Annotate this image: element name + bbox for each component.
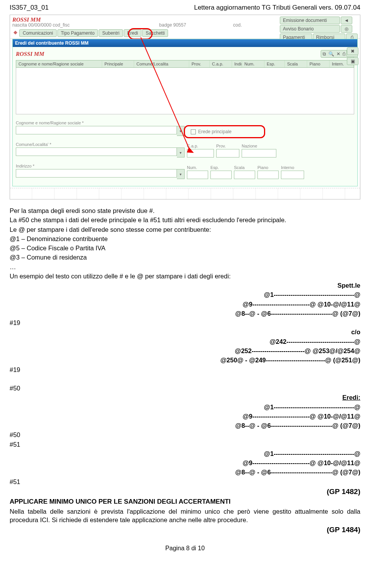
badge-label: badge 90557 (159, 22, 186, 28)
modal-titlebar: Eredi del contribuente ROSSI MM (13, 39, 357, 47)
btn-avviso-bonario[interactable]: Avviso Bonario (280, 25, 340, 33)
input-esp[interactable] (210, 171, 232, 179)
field-erede-principale: Erede principale (187, 127, 276, 136)
tab-alert-icon[interactable]: ◆ (12, 29, 18, 37)
input-cognome[interactable] (16, 126, 177, 134)
doc-body: Per la stampa degli eredi sono state pre… (10, 206, 360, 535)
tab-sacchetti[interactable]: Sacchetti (142, 29, 168, 37)
input-prov[interactable] (216, 149, 239, 157)
tab-subentri[interactable]: Subentri (99, 29, 123, 37)
print-icon[interactable]: ⎙ (343, 51, 345, 57)
input-scala[interactable] (234, 171, 255, 179)
search-icon[interactable]: 🔍 (328, 51, 334, 57)
input-comune[interactable] (16, 147, 177, 156)
input-nazione[interactable] (242, 149, 276, 157)
person-sub: nascita 00/00/0000 cod_fisc (12, 22, 70, 28)
cod-label: cod. (233, 22, 242, 28)
gp-code-1: (GP 1482) (10, 487, 360, 497)
doc-title: Lettera aggiornamento TG Tributi General… (194, 4, 360, 12)
dropdown-icon[interactable]: ▾ (177, 147, 185, 157)
dropdown-icon[interactable]: ▾ (177, 169, 185, 179)
input-indirizzo[interactable] (16, 169, 177, 178)
gp-code-2: (GP 1484) (10, 525, 360, 535)
field-cognome: Cognome e nome/Ragione sociale * ▾ (16, 121, 185, 136)
globe-icon[interactable]: ◎ (341, 25, 352, 33)
section-body: Nella tabella delle sanzioni è prevista … (10, 507, 360, 524)
doc-id: IS357_03_01 (10, 4, 49, 12)
select-icon[interactable]: ⧉ (323, 51, 326, 57)
checkbox-erede-principale[interactable] (191, 129, 196, 134)
page-header: IS357_03_01 Lettera aggiornamento TG Tri… (10, 4, 360, 12)
grid-header: Cognome e nome/Ragione sociale Principal… (16, 60, 354, 68)
tab-tipo-pagamento[interactable]: Tipo Pagamento (57, 29, 98, 37)
clipped-row (10, 188, 360, 199)
tab-comunicazioni[interactable]: Comunicazioni (19, 29, 57, 37)
eredi-modal: Eredi del contribuente ROSSI MM ✕ ROSSI … (12, 39, 358, 186)
dropdown-icon[interactable]: ▾ (177, 126, 185, 136)
page-footer: Pagina 8 di 10 (10, 545, 360, 552)
panel-min-icon[interactable]: ▣ (347, 57, 358, 65)
input-interno[interactable] (281, 171, 304, 179)
tab-eredi[interactable]: Eredi (124, 29, 141, 37)
input-num[interactable] (187, 171, 208, 179)
field-comune: Comune/Localita' * ▾ (16, 142, 185, 157)
app-screenshot: ROSSI MM nascita 00/00/0000 cod_fisc bad… (10, 15, 360, 199)
grid-body[interactable] (16, 68, 354, 114)
btn-emissione-doc[interactable]: Emissione documenti (280, 17, 340, 24)
quick-actions: Emissione documenti ◄ Avviso Bonario ◎ P… (280, 17, 358, 41)
panel-close-icon[interactable]: ✖ (347, 47, 358, 55)
modal-name: ROSSI MM (16, 51, 44, 57)
input-piano[interactable] (257, 171, 279, 179)
arrow-left-icon[interactable]: ◄ (341, 17, 352, 24)
input-cap[interactable] (187, 149, 214, 157)
field-indirizzo: Indirizzo * ▾ (16, 164, 185, 179)
section-title: APPLICARE MINIMO UNICO PER LE SANZIONI D… (10, 498, 360, 506)
delete-icon[interactable]: ✕ (336, 51, 340, 57)
